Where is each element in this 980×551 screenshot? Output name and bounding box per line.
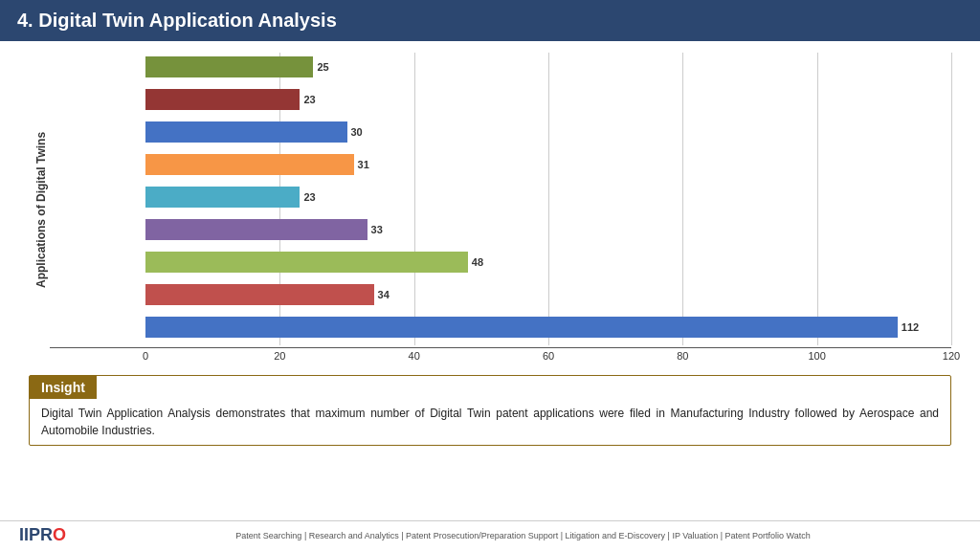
bar-value: 23 [303,94,315,105]
chart-area: Applications of Digital Twins Others25En… [29,53,951,367]
insight-text: Digital Twin Application Analysis demons… [30,399,950,445]
bar-value: 23 [303,191,315,203]
logo-suffix: O [53,525,66,544]
bar-row: Aerospace48 [145,248,951,276]
bar-track: 23 [145,183,951,211]
bar-value: 33 [371,224,383,235]
bar-track: 34 [145,280,951,309]
x-tick: 40 [409,350,420,362]
bar-value: 31 [358,159,369,170]
bar: 34 [145,284,374,305]
bar-track: 25 [145,53,951,81]
x-axis-line [50,347,951,348]
x-tick: 20 [274,350,285,362]
bar-row: Others25 [145,53,951,81]
bar: 31 [145,154,354,175]
bar-row: Wind Farm30 [145,118,951,146]
footer-links: Patent Searching | Research and Analytic… [85,531,961,540]
header: 4. Digital Twin Application Analysis [0,0,980,41]
bar: 48 [145,252,468,273]
bar-row: Health Care33 [145,215,951,244]
bar-row: Infrastructure23 [145,183,951,211]
bar-track: 30 [145,118,951,146]
bar: 30 [145,121,347,143]
bar-value: 112 [902,321,919,333]
logo: IIPRO [19,525,66,545]
bar-row: Automobile34 [145,280,951,309]
logo-text: IIPR [19,525,53,544]
insight-header-bg: Insight [30,376,97,399]
bar-row: Manufacturing112 [145,313,951,342]
bar-track: 48 [145,248,951,276]
chart-inner: Others25Entertainment23Wind Farm30Indust… [50,53,951,367]
bars-container: Others25Entertainment23Wind Farm30Indust… [50,53,951,345]
x-tick: 80 [677,350,688,362]
bar-track: 31 [145,150,951,179]
bar-value: 25 [317,61,328,73]
footer: IIPRO Patent Searching | Research and An… [0,520,980,545]
bar: 33 [145,219,368,240]
y-axis-label: Applications of Digital Twins [29,53,50,367]
bar: 23 [145,187,300,208]
bar: 112 [145,317,898,338]
main-content: Applications of Digital Twins Others25En… [0,41,980,450]
bar-row: Entertainment23 [145,85,951,114]
bar: 25 [145,56,313,77]
insight-label: Insight [41,380,85,395]
bar-value: 34 [378,289,390,300]
bar-track: 23 [145,85,951,114]
bar-value: 30 [351,126,363,138]
insight-box: Insight Digital Twin Application Analysi… [29,375,951,446]
page-title: 4. Digital Twin Application Analysis [17,10,337,32]
bar-row: Industrial IOT31 [145,150,951,179]
bar-track: 112 [145,313,951,342]
bar-value: 48 [472,256,483,268]
bar-track: 33 [145,215,951,244]
x-tick: 100 [808,350,825,362]
x-tick: 120 [943,350,960,362]
x-tick: 60 [543,350,554,362]
bar: 23 [145,89,300,110]
x-axis-labels: 020406080100120 [50,350,951,367]
x-tick: 0 [143,350,148,362]
